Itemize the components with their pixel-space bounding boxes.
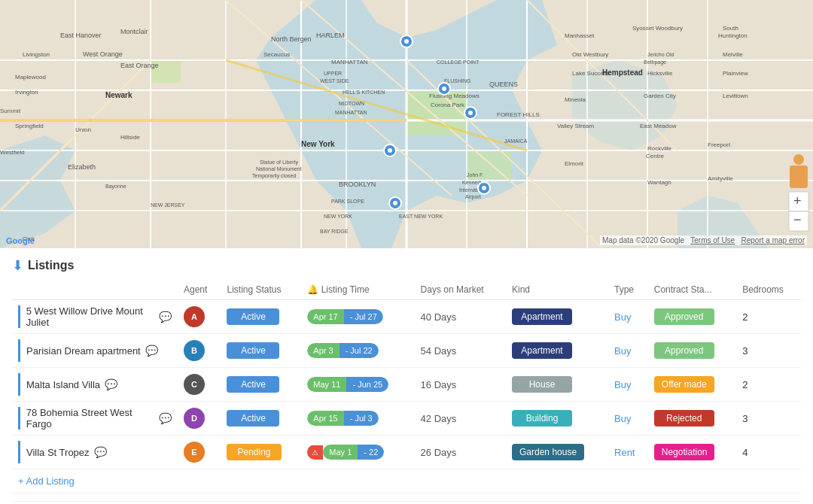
svg-text:Springfield: Springfield: [15, 123, 44, 129]
time-end: - Jul 3: [344, 411, 379, 426]
svg-text:Montclair: Montclair: [120, 28, 148, 35]
days-cell: 40 Days: [415, 300, 506, 334]
type-value: Buy: [614, 345, 631, 357]
property-name: Malta Island Villa: [26, 379, 100, 390]
svg-text:East Orange: East Orange: [120, 62, 159, 69]
svg-point-108: [442, 87, 446, 91]
kind-badge: Garden house: [512, 444, 584, 460]
comment-icon[interactable]: 💬: [145, 345, 158, 357]
listing-status-cell: Active: [221, 334, 301, 368]
svg-text:−: −: [793, 212, 802, 227]
row-accent: [18, 339, 20, 362]
col-bedrooms: Bedrooms: [736, 280, 801, 300]
kind-badge: Apartment: [512, 308, 572, 325]
comment-icon[interactable]: 💬: [105, 378, 117, 390]
svg-text:Irvington: Irvington: [15, 89, 38, 96]
agent-avatar: E: [184, 442, 205, 463]
status-badge[interactable]: Active: [227, 342, 279, 359]
type-value: Buy: [614, 413, 631, 424]
time-start: May 11: [307, 377, 346, 392]
kind-cell: Garden house: [506, 436, 608, 469]
row-accent: [18, 373, 20, 396]
bedrooms-value: 2: [742, 379, 748, 390]
svg-point-104: [468, 111, 473, 115]
listings-title: Listings: [28, 259, 74, 272]
svg-text:Union: Union: [75, 126, 91, 133]
property-name: 78 Bohemia Street West Fargo: [26, 407, 154, 430]
table-header-row: Agent Listing Status 🔔 Listing Time Days…: [12, 280, 801, 300]
listing-time-cell: ⚠May 1 - 22: [301, 436, 414, 469]
svg-text:Secaucus: Secaucus: [263, 51, 290, 58]
svg-text:Syosset Woodbury: Syosset Woodbury: [632, 25, 683, 32]
days-cell: 26 Days: [415, 436, 506, 469]
svg-text:HARLEM: HARLEM: [316, 32, 345, 39]
type-cell: Buy: [608, 368, 648, 402]
contract-cell: Approved: [648, 334, 736, 368]
svg-text:Huntington: Huntington: [718, 32, 748, 39]
comment-icon[interactable]: 💬: [159, 311, 172, 323]
kind-cell: House: [506, 368, 608, 402]
time-badge: Apr 3 - Jul 22: [307, 343, 378, 358]
status-badge[interactable]: Pending: [227, 444, 281, 460]
bedrooms-cell: 2: [736, 368, 801, 402]
days-cell: 16 Days: [415, 368, 506, 402]
add-listing-row[interactable]: + Add Listing: [12, 469, 801, 493]
map-container: East Hanover Montclair Livingston West O…: [0, 0, 813, 248]
type-cell: Rent: [608, 436, 648, 469]
time-start: Apr 17: [307, 309, 343, 324]
col-type: Type: [608, 280, 648, 300]
row-accent: [18, 441, 20, 463]
days-value: 54 Days: [421, 345, 457, 357]
col-kind: Kind: [506, 280, 608, 300]
days-cell: 42 Days: [415, 402, 506, 436]
time-start: Apr 15: [307, 411, 343, 426]
table-row: Malta Island Villa💬CActiveMay 11 - Jun 2…: [12, 368, 801, 402]
col-contract: Contract Sta...: [648, 280, 736, 300]
report-link[interactable]: Report a map error: [741, 236, 805, 244]
property-name: Villa St Tropez: [26, 447, 90, 458]
row-accent: [18, 305, 20, 328]
comment-icon[interactable]: 💬: [94, 446, 107, 458]
svg-text:West Orange: West Orange: [83, 50, 123, 58]
svg-text:+: +: [793, 193, 802, 208]
svg-rect-113: [790, 165, 808, 188]
bedrooms-value: 3: [742, 413, 748, 424]
time-end: - Jul 22: [340, 343, 379, 358]
agent-avatar: C: [184, 374, 205, 395]
bedrooms-cell: 3: [736, 402, 801, 436]
add-listing-cell[interactable]: + Add Listing: [12, 469, 801, 493]
comment-icon[interactable]: 💬: [159, 412, 172, 424]
svg-text:BROOKLYN: BROOKLYN: [339, 181, 376, 188]
svg-text:Melville: Melville: [723, 51, 743, 58]
contract-cell: Rejected: [648, 402, 736, 436]
table-row: 78 Bohemia Street West Fargo💬DActiveApr …: [12, 402, 801, 436]
contract-badge: Offer made: [654, 376, 714, 393]
svg-text:East Meadow: East Meadow: [640, 123, 677, 129]
svg-text:Manhasset: Manhasset: [565, 32, 595, 39]
contract-cell: Offer made: [648, 368, 736, 402]
svg-point-98: [404, 39, 409, 44]
time-start: May 1: [323, 445, 358, 460]
svg-text:NEW JERSEY: NEW JERSEY: [151, 202, 185, 208]
map-credit: Map data ©2020 Google Terms of Use Repor…: [600, 235, 807, 245]
status-badge[interactable]: Active: [227, 376, 279, 393]
svg-text:Livingston: Livingston: [23, 51, 50, 58]
time-badge: Apr 15 - Jul 3: [307, 411, 378, 426]
bottom-panel: ⬇ Listings Agent Listing Status 🔔 Listin…: [0, 248, 813, 504]
col-days: Days on Market: [415, 280, 506, 300]
agent-cell: B: [178, 334, 221, 368]
listings-icon: ⬇: [12, 257, 23, 274]
svg-text:Hillside: Hillside: [120, 134, 140, 141]
svg-text:MIDTOWN: MIDTOWN: [339, 101, 364, 106]
svg-text:Levittown: Levittown: [723, 93, 748, 99]
bedrooms-cell: 2: [736, 300, 801, 334]
svg-point-100: [388, 148, 392, 153]
type-value: Rent: [614, 447, 635, 458]
terms-link[interactable]: Terms of Use: [690, 236, 735, 244]
status-badge[interactable]: Active: [227, 410, 279, 427]
svg-text:QUEENS: QUEENS: [489, 80, 518, 88]
svg-text:HELL'S KITCHEN: HELL'S KITCHEN: [343, 90, 385, 95]
status-badge[interactable]: Active: [227, 308, 279, 325]
svg-point-102: [393, 201, 397, 205]
svg-point-114: [793, 154, 804, 165]
